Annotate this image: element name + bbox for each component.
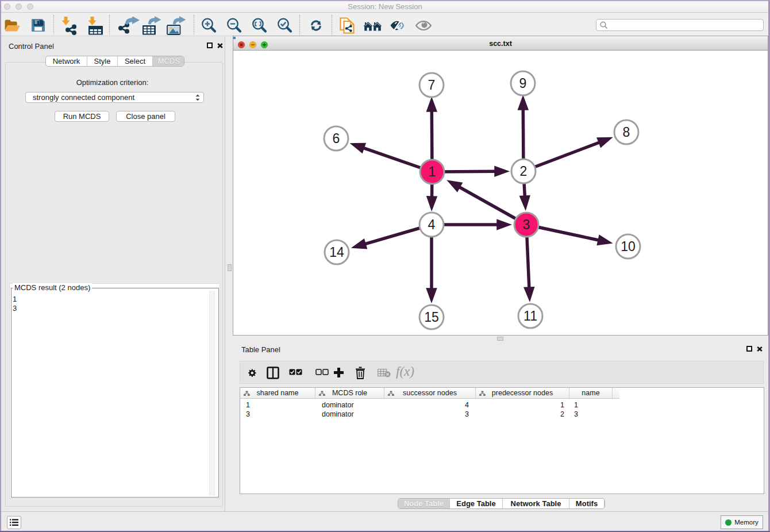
svg-text:7: 7 bbox=[428, 78, 436, 92]
svg-text:3: 3 bbox=[523, 217, 530, 232]
svg-text:2: 2 bbox=[520, 164, 528, 179]
svg-text:1: 1 bbox=[429, 164, 436, 179]
svg-text:11: 11 bbox=[523, 309, 537, 323]
svg-text:9: 9 bbox=[519, 76, 527, 91]
svg-text:6: 6 bbox=[333, 131, 340, 146]
svg-text:8: 8 bbox=[623, 125, 630, 140]
svg-text:4: 4 bbox=[428, 217, 436, 232]
svg-text:15: 15 bbox=[424, 310, 439, 325]
svg-text:14: 14 bbox=[329, 245, 344, 260]
svg-text:10: 10 bbox=[621, 239, 636, 254]
